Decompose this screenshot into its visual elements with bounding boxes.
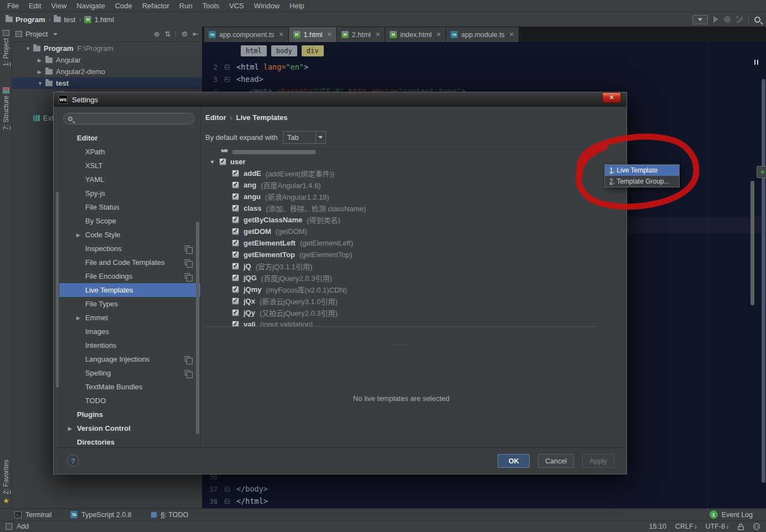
fold-icon[interactable]: − [225,77,230,82]
search-everywhere-icon[interactable] [754,17,760,23]
settings-nav-spelling[interactable]: Spelling [59,366,200,380]
template-row[interactable]: addE(addEvent(绑定事件)) [205,168,597,179]
cancel-button[interactable]: Cancel [538,454,574,468]
template-list-scrollbar[interactable] [751,181,754,305]
template-row[interactable]: vali(input validation) [205,319,597,327]
menu-item-code[interactable]: Code [110,2,137,10]
close-icon[interactable]: ✕ [278,31,283,38]
hide-panel-icon[interactable]: ⇤ [193,30,199,38]
settings-nav-file-status[interactable]: File Status [59,200,200,214]
breadcrumb-chip[interactable]: html [241,45,267,56]
template-checkbox[interactable] [232,321,239,327]
template-checkbox[interactable] [221,149,228,153]
todo-button[interactable]: 6: TODO [151,511,189,519]
menu-item-vcs[interactable]: VCS [224,2,249,10]
toolwindow-project-button[interactable]: 1: Project [0,30,12,66]
template-row[interactable]: getByClassName(得到类名) [205,214,597,226]
settings-nav-version-control[interactable]: ▶Version Control [59,421,200,435]
tree-arrow-icon[interactable]: ▼ [25,46,33,51]
lock-icon[interactable] [737,523,744,530]
editor-tab[interactable]: Hindex.html✕ [385,27,446,42]
template-row[interactable]: getDOM(getDOM) [205,226,597,237]
tree-arrow-icon[interactable]: ▶ [38,69,45,75]
settings-search-box[interactable] [63,113,195,124]
settings-nav-textmate-bundles[interactable]: TextMate Bundles [59,380,200,394]
locate-file-icon[interactable]: ⊕ [154,30,160,38]
breadcrumb-item[interactable]: Program [6,15,45,24]
toolwindow-favorites-button[interactable]: 2: Favorites ★ [0,460,12,505]
debug-icon[interactable] [724,16,731,23]
template-row[interactable]: angu(新浪Angular1.2.19) [205,191,597,202]
settings-nav-editor[interactable]: Editor [59,131,200,145]
toolwindow-structure-button[interactable]: 7: Structure [0,87,12,130]
typescript-button[interactable]: Ts TypeScript 2.0.8 [70,511,131,519]
fold-icon[interactable]: − [225,499,230,504]
settings-nav-language-injections[interactable]: Language Injections [59,352,200,366]
menu-item-edit[interactable]: Edit [24,2,46,10]
template-checkbox[interactable] [232,286,239,293]
splitter-handle[interactable]: ∙∙∙∙∙∙ [205,341,597,347]
template-checkbox[interactable] [232,298,239,305]
template-row[interactable]: getElementLeft(getElementLeft) [205,237,597,249]
gear-icon[interactable]: ⚙ [181,30,188,38]
tree-arrow-icon[interactable]: ▼ [38,81,45,86]
group-checkbox[interactable] [219,158,226,165]
breadcrumb-item[interactable]: H1.html [84,15,113,24]
close-icon[interactable]: ✕ [375,31,380,38]
menu-item-run[interactable]: Run [174,2,198,10]
template-row[interactable]: jQy(又拍云jQuery2.0.3引用) [205,307,597,319]
settings-nav-file-and-code-templates[interactable]: File and Code Templates [59,255,200,269]
close-icon[interactable]: ✕ [436,31,441,38]
settings-nav-by-scope[interactable]: By Scope [59,214,200,228]
template-row[interactable]: jQG(百度jQuery2.0.3引用) [205,272,597,284]
fold-icon[interactable]: − [225,487,230,492]
apply-button[interactable]: Apply [582,454,614,468]
template-row[interactable]: jQ(官方jQ3.1.1引用) [205,260,597,272]
breadcrumb-chip[interactable]: body [271,45,297,56]
coverage-icon[interactable] [736,16,743,23]
settings-nav-live-templates[interactable]: Live Templates [59,283,200,297]
template-checkbox[interactable] [232,181,239,189]
collapse-all-icon[interactable]: ⇅ [165,30,171,38]
event-log-button[interactable]: 1 Event Log [710,510,753,519]
search-input[interactable] [73,114,178,123]
run-icon[interactable] [713,16,718,23]
settings-nav-yaml[interactable]: YAML [59,173,200,186]
settings-nav-inspections[interactable]: Inspections [59,242,200,255]
settings-nav-code-style[interactable]: ▶Code Style [59,228,200,242]
nav-scrollbar-left[interactable] [56,192,59,388]
menu-item-tools[interactable]: Tools [198,2,224,10]
breadcrumb-chip[interactable]: div [302,45,324,56]
settings-nav-emmet[interactable]: ▶Emmet [59,311,200,325]
add-template-button[interactable]: + [757,166,766,178]
template-checkbox[interactable] [232,205,239,212]
template-row[interactable]: getElementTop(getElementTop) [205,249,597,260]
menu-item-file[interactable]: File [2,2,24,10]
editor-scrollbar[interactable] [762,79,765,483]
settings-nav-images[interactable]: Images [59,325,200,338]
ok-button[interactable]: OK [498,454,530,468]
template-checkbox[interactable] [232,239,239,247]
tree-arrow-icon[interactable]: ▶ [38,58,45,63]
run-config-dropdown[interactable] [692,15,708,24]
settings-nav-file-encodings[interactable]: File Encodings [59,269,200,283]
close-icon[interactable]: ✕ [602,92,621,103]
breadcrumb-item[interactable]: test [54,15,75,24]
template-row[interactable]: jQmy(myFocus库(v2.0.1)CDN) [205,284,597,295]
template-checkbox[interactable] [232,216,239,223]
terminal-button[interactable]: >_ Terminal [14,511,51,519]
settings-nav-xpath[interactable]: XPath [59,145,200,159]
tree-row[interactable]: ▶Angular [12,54,202,66]
close-icon[interactable]: ✕ [327,31,332,38]
tree-row[interactable]: ▼test [12,77,202,89]
settings-nav-xslt[interactable]: XSLT [59,159,200,173]
help-icon[interactable]: ? [67,455,79,467]
template-checkbox[interactable] [232,309,239,316]
template-checkbox[interactable] [232,228,239,235]
template-group-row[interactable]: ▼user [205,156,597,168]
popup-item-2[interactable]: 2. Template Group... [605,176,679,187]
menu-item-window[interactable]: Window [249,2,284,10]
popup-item-1[interactable]: 1. Live Template [605,165,679,176]
editor-tab[interactable]: H1.html✕ [289,27,337,42]
project-view-selector[interactable]: Project [15,30,58,38]
